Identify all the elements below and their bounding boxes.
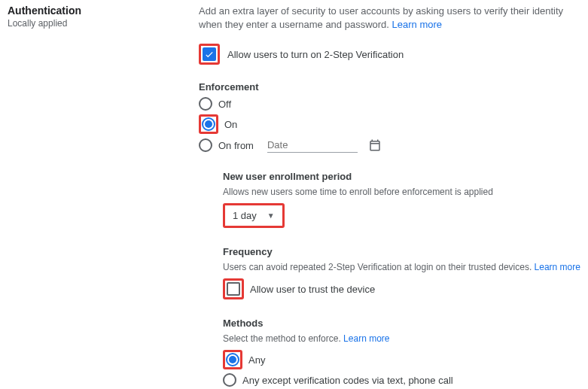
methods-sub: Select the method to enforce. Learn more (223, 333, 580, 344)
allow-2sv-label: Allow users to turn on 2-Step Verificati… (227, 49, 404, 60)
methods-learn-more-link[interactable]: Learn more (343, 333, 389, 344)
allow-2sv-checkbox[interactable] (203, 47, 216, 61)
enrollment-sub: Allows new users some time to enroll bef… (223, 187, 580, 197)
frequency-sub: Users can avoid repeated 2-Step Verifica… (223, 262, 580, 272)
methods-title: Methods (223, 318, 580, 329)
frequency-title: Frequency (223, 246, 580, 257)
highlight-box (223, 278, 244, 299)
learn-more-link[interactable]: Learn more (392, 19, 442, 30)
description: Add an extra layer of security to user a… (199, 5, 580, 32)
methods-any-radio[interactable] (226, 353, 239, 366)
enforcement-off-label: Off (218, 99, 231, 110)
enforcement-off-radio[interactable] (199, 97, 212, 111)
trust-device-checkbox[interactable] (227, 282, 240, 296)
auth-title: Authentication (8, 5, 199, 17)
highlight-box: 1 day ▼ (223, 203, 285, 228)
methods-any-label: Any (248, 354, 265, 366)
description-text: Add an extra layer of security to user a… (199, 5, 563, 30)
enforcement-onfrom-label: On from (218, 140, 254, 151)
check-icon (204, 49, 215, 59)
frequency-learn-more-link[interactable]: Learn more (535, 262, 580, 272)
auth-scope: Locally applied (8, 18, 199, 29)
highlight-box (199, 44, 220, 65)
methods-except-radio[interactable] (223, 373, 236, 387)
enforcement-onfrom-radio[interactable] (199, 138, 212, 152)
highlight-box (223, 350, 242, 369)
enrollment-dropdown[interactable]: 1 day ▼ (225, 205, 282, 226)
methods-except-label: Any except verification codes via text, … (242, 375, 453, 386)
enforcement-on-radio[interactable] (202, 117, 215, 131)
highlight-box (199, 114, 218, 134)
enforcement-title: Enforcement (199, 81, 580, 93)
methods-sub-text: Select the method to enforce. (223, 333, 343, 344)
chevron-down-icon: ▼ (267, 211, 275, 220)
calendar-icon[interactable] (368, 138, 382, 152)
enforcement-on-label: On (224, 119, 237, 130)
trust-device-label: Allow user to trust the device (250, 284, 375, 295)
enrollment-title: New user enrollment period (223, 171, 580, 182)
frequency-sub-text: Users can avoid repeated 2-Step Verifica… (223, 262, 535, 272)
enrollment-dropdown-value: 1 day (233, 210, 257, 221)
enforcement-date-input[interactable] (267, 138, 358, 153)
